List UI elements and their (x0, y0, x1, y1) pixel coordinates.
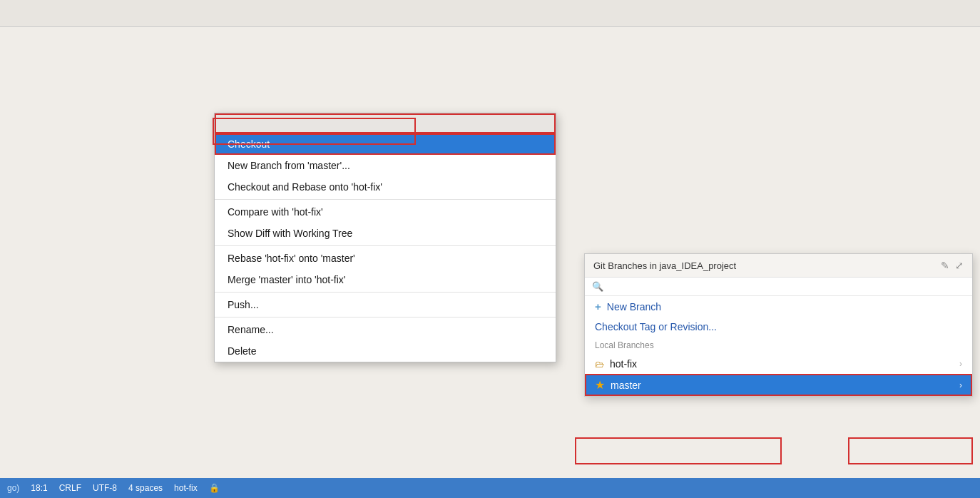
status-indent[interactable]: 4 spaces (128, 483, 163, 493)
branch-item-hot-fix[interactable]: 🗁 hot-fix › (585, 354, 972, 374)
checkout-rebase-label: Checkout and Rebase onto 'hot-fix' (228, 181, 382, 193)
local-branches-label: Local Branches (585, 337, 972, 354)
search-icon: 🔍 (592, 281, 603, 292)
show-diff-label: Show Diff with Working Tree (228, 228, 352, 239)
context-menu-item-delete[interactable]: Delete (215, 340, 556, 362)
context-menu-item-show-diff[interactable]: Show Diff with Working Tree (215, 223, 556, 244)
git-branches-list: + New Branch Checkout Tag or Revision...… (585, 296, 972, 396)
context-menu: Checkout New Branch from 'master'... Che… (214, 113, 556, 362)
context-menu-item-rename[interactable]: Rename... (215, 319, 556, 340)
top-bar (0, 0, 980, 27)
new-branch-action-label: New Branch (607, 301, 661, 312)
new-branch-label: New Branch from 'master'... (228, 160, 350, 171)
new-branch-action[interactable]: + New Branch (585, 296, 972, 317)
status-position[interactable]: 18:1 (31, 483, 47, 493)
master-arrow-icon: › (959, 380, 962, 390)
merge-label: Merge 'master' into 'hot-fix' (228, 274, 346, 285)
branch-item-master[interactable]: ★ master › (585, 374, 972, 396)
divider-1 (215, 199, 556, 200)
divider-2 (215, 245, 556, 246)
context-menu-item-merge[interactable]: Merge 'master' into 'hot-fix' (215, 269, 556, 290)
status-line-ending[interactable]: CRLF (59, 483, 81, 493)
checkout-tag-action[interactable]: Checkout Tag or Revision... (585, 317, 972, 337)
delete-label: Delete (228, 345, 256, 357)
git-branches-header: Git Branches in java_IDEA_project ✎ ⤢ (585, 254, 972, 278)
status-branch[interactable]: hot-fix (174, 483, 198, 493)
checkout-tag-label: Checkout Tag or Revision... (595, 321, 717, 332)
edit-icon[interactable]: ✎ (941, 260, 949, 271)
git-branches-header-icons: ✎ ⤢ (941, 260, 964, 271)
compare-label: Compare with 'hot-fix' (228, 206, 323, 218)
status-encoding[interactable]: UTF-8 (93, 483, 117, 493)
context-menu-item-new-branch[interactable]: New Branch from 'master'... (215, 155, 556, 176)
context-menu-item-checkout[interactable]: Checkout (215, 133, 556, 155)
hot-fix-branch-name: hot-fix (610, 358, 959, 370)
context-menu-item-rebase[interactable]: Rebase 'hot-fix' onto 'master' (215, 248, 556, 269)
divider-4 (215, 317, 556, 317)
rebase-label: Rebase 'hot-fix' onto 'master' (228, 253, 355, 264)
divider-3 (215, 292, 556, 293)
rename-label: Rename... (228, 324, 274, 335)
status-bar: go) 18:1 CRLF UTF-8 4 spaces hot-fix 🔒 (0, 478, 980, 498)
expand-icon[interactable]: ⤢ (955, 260, 964, 271)
context-menu-item-compare[interactable]: Compare with 'hot-fix' (215, 201, 556, 223)
git-branches-search: 🔍 (585, 278, 972, 296)
status-lock-icon: 🔒 (209, 483, 220, 493)
status-go-label: go) (7, 483, 19, 493)
star-icon: ★ (595, 378, 605, 392)
context-menu-item-push[interactable]: Push... (215, 294, 556, 315)
push-label: Push... (228, 299, 259, 310)
hot-fix-arrow-icon: › (959, 359, 962, 369)
checkout-label: Checkout (228, 138, 270, 150)
context-menu-header (215, 113, 556, 133)
plus-icon: + (595, 300, 601, 312)
master-branch-name: master (611, 380, 959, 391)
git-branches-title: Git Branches in java_IDEA_project (593, 260, 736, 271)
git-branches-panel: Git Branches in java_IDEA_project ✎ ⤢ 🔍 … (584, 253, 973, 397)
context-menu-item-checkout-rebase[interactable]: Checkout and Rebase onto 'hot-fix' (215, 176, 556, 198)
folder-icon: 🗁 (595, 359, 604, 370)
